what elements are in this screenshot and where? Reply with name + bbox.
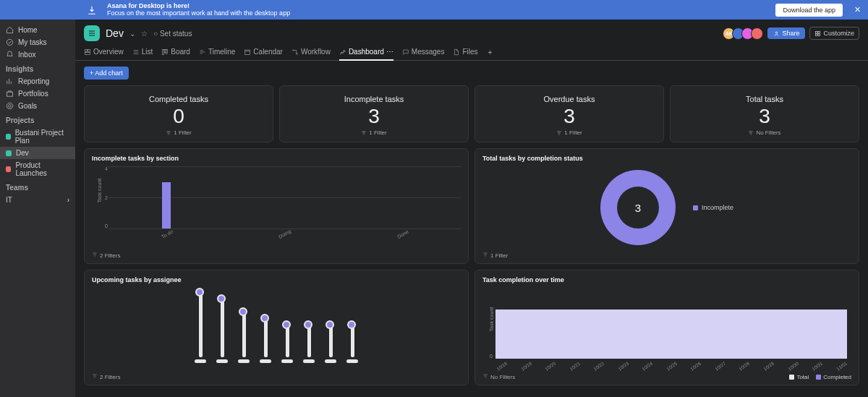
add-tab-icon[interactable]: + <box>488 48 493 56</box>
sidebar-nav-my-tasks[interactable]: My tasks <box>0 36 75 48</box>
member-avatars[interactable]: AK <box>726 27 763 40</box>
tab-calendar[interactable]: Calendar <box>244 44 283 60</box>
y-axis-label: Task count <box>97 179 102 202</box>
dashboard-icon <box>339 48 346 56</box>
tab-board[interactable]: Board <box>161 44 190 60</box>
lollipop-base <box>303 359 315 363</box>
x-tick: 10/27 <box>714 361 726 372</box>
sidebar-insight-reporting[interactable]: Reporting <box>0 75 75 87</box>
legend-total: Total <box>789 374 809 380</box>
svg-rect-10 <box>88 49 90 51</box>
tab-label: Workflow <box>301 48 331 56</box>
x-tick: 10/30 <box>787 361 799 372</box>
overview-icon <box>84 48 91 56</box>
lollipop <box>303 325 315 363</box>
calendar-icon <box>244 48 251 56</box>
kpi-title: Incomplete tasks <box>344 95 404 103</box>
bar <box>162 182 171 229</box>
sidebar-project-label: Dev <box>16 149 29 157</box>
kpi-filter[interactable]: 1 Filter <box>361 129 386 136</box>
x-tick: To do <box>161 229 174 239</box>
donut-center-value: 3 <box>617 187 659 229</box>
chart-title: Total tasks by completion status <box>482 155 851 162</box>
sidebar-project-product-launches[interactable]: Product Launches <box>0 159 75 179</box>
kpi-value: 0 <box>173 105 184 128</box>
project-color-icon <box>6 166 11 172</box>
project-icon[interactable] <box>84 25 100 41</box>
add-chart-button[interactable]: + Add chart <box>84 67 129 80</box>
kpi-completed-tasks[interactable]: Completed tasks 0 1 Filter <box>84 85 273 142</box>
x-tick: 10/22 <box>592 361 605 372</box>
filter-text[interactable]: 2 Filters <box>100 252 120 259</box>
lollipop <box>281 325 293 363</box>
tab-messages[interactable]: Messages <box>402 44 445 60</box>
kpi-title: Total tasks <box>746 95 783 103</box>
sidebar-nav-home[interactable]: Home <box>0 24 75 36</box>
tab-workflow[interactable]: Workflow <box>292 44 331 60</box>
tab-overview[interactable]: Overview <box>84 44 124 60</box>
project-dropdown-icon[interactable]: ⌄ <box>129 30 135 38</box>
lollipop <box>195 292 206 363</box>
avatar[interactable] <box>751 27 763 40</box>
svg-rect-15 <box>245 50 250 54</box>
set-status-button[interactable]: ○ Set status <box>153 30 192 38</box>
tab-label: Overview <box>93 48 124 56</box>
portfolio-icon <box>6 90 14 98</box>
completion-status-chart: Total tasks by completion status 3 Incom… <box>475 148 859 264</box>
svg-rect-14 <box>166 49 168 53</box>
kpi-title: Overdue tasks <box>544 95 595 103</box>
x-tick: 10/23 <box>617 361 629 372</box>
close-banner-icon[interactable]: ✕ <box>854 5 861 14</box>
share-button[interactable]: Share <box>767 27 805 39</box>
chart-title: Incomplete tasks by section <box>92 155 461 162</box>
tab-dashboard[interactable]: Dashboard ⋯ <box>339 44 393 60</box>
lollipop-ball <box>217 294 226 303</box>
lollipop-ball <box>347 320 356 329</box>
x-tick: 10/20 <box>544 361 556 372</box>
tab-more-icon[interactable]: ⋯ <box>386 48 393 56</box>
view-tabs: Overview List Board Timeline Calendar Wo… <box>75 44 868 61</box>
lollipop-base <box>281 359 293 363</box>
kpi-total-tasks[interactable]: Total tasks 3 No Filters <box>670 85 859 142</box>
list-icon <box>132 48 140 56</box>
x-tick: 10/19 <box>520 361 532 372</box>
upcoming-by-assignee-chart: Upcoming tasks by assignee <box>84 270 469 385</box>
svg-point-3 <box>9 105 12 108</box>
kpi-filter[interactable]: 1 Filter <box>166 129 191 136</box>
kpi-filter[interactable]: No Filters <box>748 129 780 136</box>
project-color-icon <box>6 150 12 156</box>
svg-point-2 <box>7 103 12 108</box>
filter-text[interactable]: 2 Filters <box>100 374 120 380</box>
lollipop <box>346 325 358 363</box>
sidebar-insight-goals[interactable]: Goals <box>0 100 75 112</box>
download-app-button[interactable]: Download the app <box>775 4 843 17</box>
x-tick: 10/21 <box>569 361 581 372</box>
filter-text[interactable]: 1 Filter <box>490 252 508 259</box>
svg-point-4 <box>776 31 778 33</box>
customize-button[interactable]: Customize <box>809 27 859 40</box>
sidebar-nav-inbox[interactable]: Inbox <box>0 48 75 61</box>
project-color-icon <box>6 134 11 140</box>
goal-icon <box>6 102 14 110</box>
tab-timeline[interactable]: Timeline <box>199 44 235 60</box>
bell-icon <box>6 51 14 59</box>
kpi-overdue-tasks[interactable]: Overdue tasks 3 1 Filter <box>475 85 664 142</box>
project-header: Dev ⌄ ☆ ○ Set status AK Share Customize <box>75 20 868 44</box>
filter-text[interactable]: No Filters <box>490 374 515 380</box>
tab-files[interactable]: Files <box>453 44 477 60</box>
sidebar-project-dev[interactable]: Dev <box>0 147 75 159</box>
donut-chart: 3 <box>600 170 676 245</box>
tab-label: Board <box>171 48 190 56</box>
tab-label: Messages <box>412 48 445 56</box>
lollipop-ball <box>195 288 204 296</box>
kpi-filter[interactable]: 1 Filter <box>556 129 582 136</box>
kpi-incomplete-tasks[interactable]: Incomplete tasks 3 1 Filter <box>279 85 469 142</box>
sidebar-team-it[interactable]: IT › <box>0 194 75 206</box>
banner-subtitle: Focus on the most important work at hand… <box>107 10 290 17</box>
svg-rect-5 <box>816 31 818 33</box>
sidebar-insight-portfolios[interactable]: Portfolios <box>0 87 75 100</box>
tab-list[interactable]: List <box>132 44 153 60</box>
star-icon[interactable]: ☆ <box>141 30 148 38</box>
lollipop-base <box>325 359 336 363</box>
sidebar-project-bustani-project-plan[interactable]: Bustani Project Plan <box>0 127 75 147</box>
